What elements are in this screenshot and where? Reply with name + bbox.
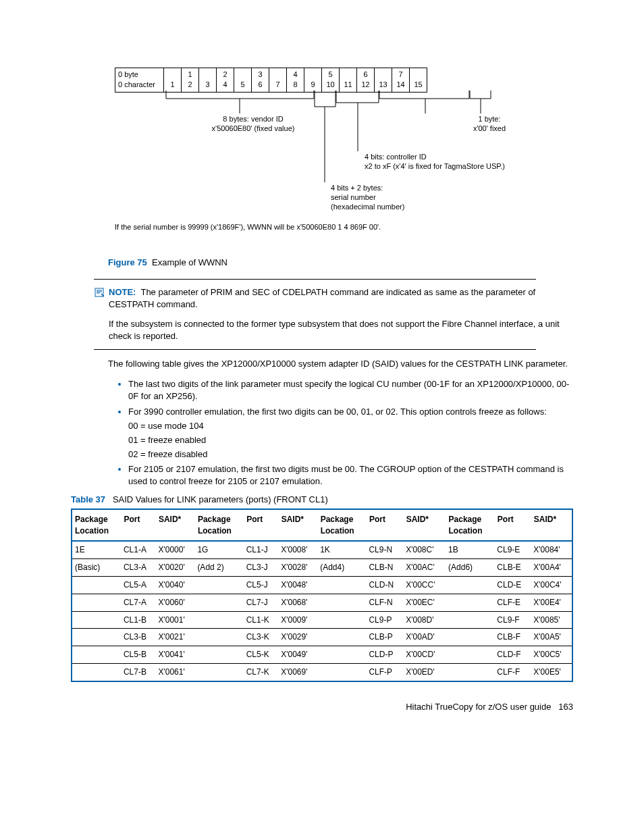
table-cell: CL7-J [244,594,279,611]
table-cell: X'0000' [155,541,194,558]
table-cell: 1K [317,541,366,558]
table-cell: CL9-P [366,611,403,629]
table-cell: (Add6) [446,559,494,577]
table-cell: X'00E4' [531,594,572,611]
table-label: Table 37 [71,494,105,504]
table-cell: 1B [446,541,494,558]
table-cell [446,646,494,664]
page-number: 163 [558,702,573,712]
table-row: (Basic)CL3-AX'0020'(Add 2)CL3-JX'0028'(A… [72,559,572,577]
table-cell [72,594,121,611]
figure-label: Figure 75 [108,257,147,267]
table-cell: CLB-F [494,629,531,646]
table-cell: (Add4) [317,559,366,577]
byte-cell: 11 [340,68,357,93]
table-cell [72,629,121,646]
figure-text: Example of WWNN [152,257,227,267]
byte-cell: 612 [357,68,375,93]
table-cell: CLD-E [494,577,531,594]
table-cell: X'00EC' [403,594,446,611]
table-cell: X'00A5' [531,629,572,646]
table-cell: CLD-P [366,646,403,664]
table-cell: CL7-K [244,663,279,681]
byte-cell: 15 [410,68,427,93]
byte-cell: 3 [199,68,217,93]
table-cell [194,646,243,664]
table-cell: X'0085' [531,611,572,629]
table-header: PackageLocation [317,509,366,542]
table-cell: X'00ED' [403,663,446,681]
table-cell: CL3-K [244,629,279,646]
table-row: CL5-AX'0040'CL5-JX'0048'CLD-NX'00CC'CLD-… [72,577,572,594]
footer-title: Hitachi TrueCopy for z/OS user guide [406,702,551,712]
table-cell: CL1-B [121,611,156,629]
table-cell [194,594,243,611]
table-cell [446,577,494,594]
table-header: SAID* [155,509,194,542]
table-cell: CL1-A [121,541,156,558]
said-table: PackageLocationPortSAID*PackageLocationP… [71,509,573,682]
table-cell: CLF-F [494,663,531,681]
table-cell: X'0084' [531,541,572,558]
note-paragraph-2: If the subsystem is connected to the for… [109,318,573,342]
list-item: For 3990 controller emulation, the first… [128,406,573,461]
table-cell: CLB-P [366,629,403,646]
table-cell: CL9-N [366,541,403,558]
table-cell: X'0069' [278,663,317,681]
table-cell [446,594,494,611]
table-cell: X'00AC' [403,559,446,577]
table-cell: CLF-P [366,663,403,681]
note-block: NOTE: The parameter of PRIM and SEC of C… [94,286,573,342]
table-row: CL7-BX'0061'CL7-KX'0069'CLF-PX'00ED'CLF-… [72,663,572,681]
table-cell [317,663,366,681]
table-caption-text: SAID Values for LINK parameters (ports) … [113,494,328,504]
table-cell: X'0068' [278,594,317,611]
table-cell: CL3-J [244,559,279,577]
table-cell: CL9-E [494,541,531,558]
sub-item: 01 = freeze enabled [128,434,573,446]
byte-cell: 13 [375,68,392,93]
table-cell: CLF-N [366,594,403,611]
table-row: CL7-AX'0060'CL7-JX'0068'CLF-NX'00EC'CLF-… [72,594,572,611]
table-header: Port [366,509,403,542]
table-cell [317,577,366,594]
table-cell: X'0021' [155,629,194,646]
table-cell [194,663,243,681]
wwnn-example-text: If the serial number is 99999 (x'1869F')… [115,223,513,232]
bullet-list: The last two digits of the link paramete… [128,378,573,488]
table-cell: X'00E5' [531,663,572,681]
note-label: NOTE: [109,287,136,297]
table-cell: CL3-B [121,629,156,646]
table-cell: CLD-F [494,646,531,664]
table-cell [317,646,366,664]
table-cell: X'0009' [278,611,317,629]
table-cell: X'00A4' [531,559,572,577]
table-cell [72,646,121,664]
table-cell: X'0008' [278,541,317,558]
table-cell: 1G [194,541,243,558]
table-cell: X'00C5' [531,646,572,664]
table-header: PackageLocation [446,509,494,542]
intro-paragraph: The following table gives the XP12000/XP… [108,358,573,370]
table-cell: CL1-K [244,611,279,629]
table-cell: X'00CC' [403,577,446,594]
table-caption: Table 37 SAID Values for LINK parameters… [71,494,573,506]
byte-cell: 5 [234,68,252,93]
table-cell: X'00AD' [403,629,446,646]
table-cell: X'00CD' [403,646,446,664]
table-header: SAID* [278,509,317,542]
table-cell: CL9-F [494,611,531,629]
table-cell: X'0060' [155,594,194,611]
table-cell [317,611,366,629]
table-cell: X'0020' [155,559,194,577]
byte-cell: 36 [252,68,269,93]
vendor-id-label: 8 bytes: vendor IDx'50060E80' (fixed val… [196,115,311,134]
one-byte-label: 1 byte:x'00' fixed [466,115,513,134]
table-cell: X'008C' [403,541,446,558]
table-cell: X'0001' [155,611,194,629]
table-header: PackageLocation [72,509,121,542]
divider [94,349,536,350]
table-cell: CLB-E [494,559,531,577]
controller-id-label: 4 bits: controller IDx2 to xF (x'4' is f… [365,153,533,172]
table-cell [446,663,494,681]
